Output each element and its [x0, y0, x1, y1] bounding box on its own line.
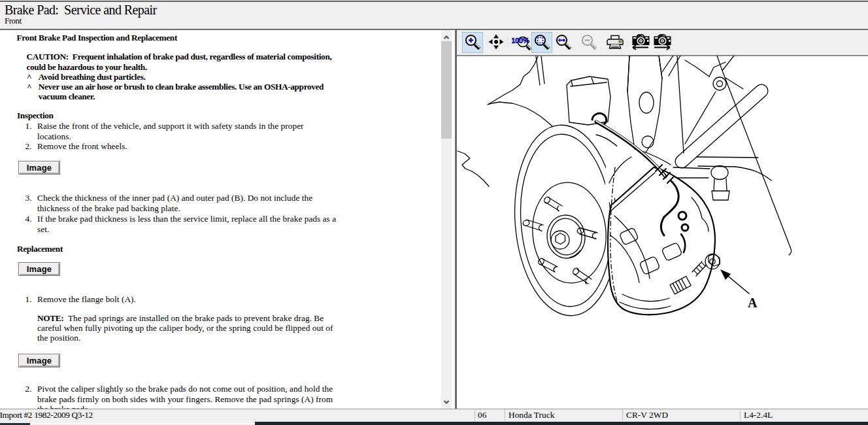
- svg-text:100%: 100%: [512, 37, 529, 44]
- svg-text:A: A: [748, 296, 758, 310]
